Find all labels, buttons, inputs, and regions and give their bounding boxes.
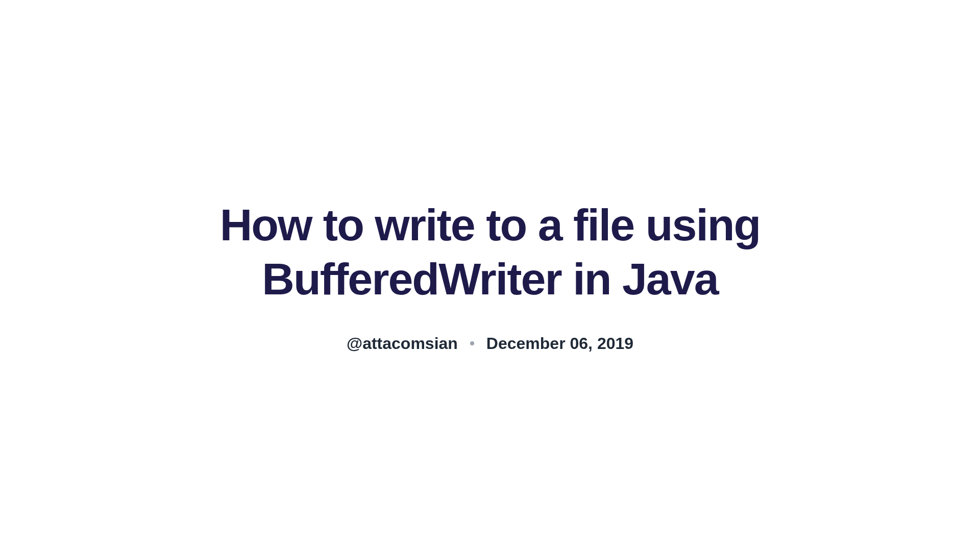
author-handle[interactable]: @attacomsian (347, 334, 458, 353)
separator-dot-icon (470, 341, 474, 345)
article-meta: @attacomsian December 06, 2019 (347, 334, 633, 353)
article-header: How to write to a file using BufferedWri… (209, 198, 771, 353)
article-title: How to write to a file using BufferedWri… (209, 198, 771, 306)
publish-date: December 06, 2019 (486, 334, 633, 353)
